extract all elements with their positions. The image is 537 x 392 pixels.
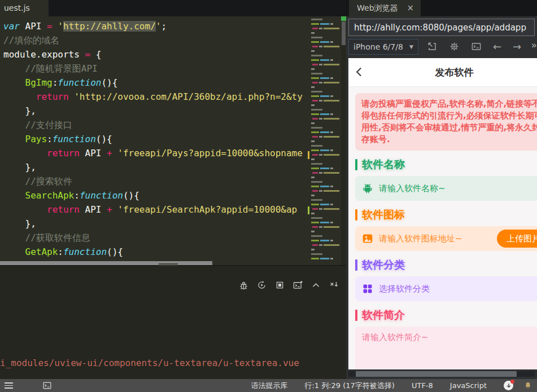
scrollbar-thumb[interactable] (0, 261, 212, 265)
open-in-browser-icon[interactable] (427, 41, 438, 52)
code-line: //填你的域名 (3, 33, 308, 47)
minimap-row (308, 91, 341, 93)
console-panel: i_modules/uview-ui/components/u-textarea… (0, 265, 346, 379)
back-chevron-icon[interactable] (353, 66, 365, 78)
splitter-handle[interactable] (159, 262, 178, 267)
app-intro-textarea[interactable]: 请输入软件简介~ (355, 327, 537, 369)
url-input[interactable] (348, 19, 535, 36)
bell-icon[interactable] (523, 381, 532, 390)
minimap-row (308, 231, 341, 232)
minimap-row (308, 145, 341, 147)
image-icon (362, 233, 373, 244)
forward-arrow-icon[interactable]: → (513, 42, 521, 52)
mobile-preview-page: 发布软件 请勿投稿严重侵权产品,软件名称,简介,链接等不得包括任何形式的引流行为… (348, 58, 537, 369)
minimap-row (308, 172, 341, 174)
app-name-input[interactable]: 请输入软件名称~ (355, 176, 537, 201)
section-bar (355, 209, 357, 221)
browser-panel: Web浏览器 × iPhone 6/7/8 ▼ ← → » (346, 0, 537, 379)
more-tools-icon[interactable]: » (531, 39, 537, 51)
syntax-lib-status[interactable]: 语法提示库 (251, 381, 287, 391)
modified-indicator (341, 16, 346, 21)
new-terminal-icon[interactable] (292, 280, 303, 290)
debug-icon[interactable] (238, 280, 249, 290)
cursor-position-status[interactable]: 行:1 列:29 (17字符被选择) (304, 381, 395, 391)
minimap-row (308, 253, 341, 255)
preview-horizontal-scrollbar[interactable] (348, 371, 535, 377)
minimap-row (308, 109, 341, 111)
hbuilderx-window: uest.js var API = 'http://ahlly.com/';//… (0, 0, 537, 392)
minimap-row (308, 217, 341, 219)
code-line: //支付接口 (3, 118, 308, 132)
minimap-change-marker (308, 151, 309, 159)
section-label-app-name: 软件名称 (355, 157, 537, 172)
app-icon-input[interactable]: 请输入软件图标地址~ 上传图片 (355, 226, 537, 251)
minimap-row (308, 68, 341, 70)
app-category-select[interactable]: 选择软件分类 (355, 276, 537, 301)
minimap[interactable] (308, 16, 341, 265)
minimap-row (308, 127, 341, 129)
scrollbar-thumb[interactable] (356, 371, 517, 377)
editor-horizontal-scrollbar[interactable] (0, 261, 308, 265)
tab-web-browser[interactable]: Web浏览器 × (349, 0, 421, 16)
minimap-row (308, 19, 341, 20)
minimap-row (308, 158, 341, 160)
tab-label: Web浏览器 (357, 0, 398, 16)
minimap-row (308, 77, 341, 79)
console-toolbar (238, 280, 339, 290)
minimap-row (308, 113, 341, 115)
chevron-down-icon: ▼ (409, 44, 413, 50)
upload-image-button[interactable]: 上传图片 (497, 230, 537, 248)
terminal-icon[interactable] (471, 41, 482, 52)
clear-console-icon[interactable] (329, 280, 339, 290)
minimap-row (308, 100, 341, 102)
code-line: SearchApk:function(){ (3, 188, 308, 202)
minimap-row (308, 32, 341, 34)
code-line: }, (3, 217, 308, 231)
collapse-panel-icon[interactable] (311, 280, 321, 290)
minimap-row (308, 131, 341, 133)
menu-icon[interactable] (5, 382, 13, 389)
update-icon[interactable] (504, 381, 513, 390)
scrollbar-thumb[interactable] (342, 21, 346, 45)
browser-tab-strip: Web浏览器 × (346, 0, 537, 16)
minimap-row (308, 149, 341, 151)
textarea-placeholder: 请输入软件简介~ (362, 332, 429, 342)
back-arrow-icon[interactable]: ← (493, 42, 501, 52)
section-title: 软件分类 (362, 258, 405, 272)
restart-icon[interactable] (256, 280, 267, 290)
close-icon[interactable]: × (407, 0, 414, 16)
minimap-row (308, 59, 341, 61)
minimap-row (308, 208, 341, 210)
minimap-row (308, 23, 341, 25)
editor-vertical-scrollbar[interactable] (341, 16, 346, 265)
terminal-icon[interactable] (42, 381, 52, 390)
console-line: i_modules/uview-ui/components/u-textarea… (0, 356, 299, 370)
minimap-row (308, 28, 341, 29)
input-placeholder: 请输入软件图标地址~ (379, 234, 462, 244)
minimap-row (308, 86, 341, 88)
section-bar (355, 259, 357, 271)
tab-request-js[interactable]: uest.js (0, 0, 49, 16)
language-status[interactable]: JavaScript (450, 381, 487, 390)
minimap-row (308, 244, 341, 246)
code-line: //随机背景图API (3, 61, 308, 76)
android-icon (362, 183, 373, 194)
code-line: //获取软件信息 (3, 231, 308, 245)
page-body: 请勿投稿严重侵权产品,软件名称,简介,链接等不得包括任何形式的引流行为,必须保证… (348, 87, 537, 369)
device-selector[interactable]: iPhone 6/7/8 ▼ (348, 39, 418, 55)
section-bar (355, 310, 357, 321)
minimap-row (308, 235, 341, 237)
input-placeholder: 请输入软件名称~ (379, 183, 446, 194)
encoding-status[interactable]: UTF-8 (412, 381, 433, 390)
minimap-row (308, 154, 341, 156)
minimap-row (308, 95, 341, 97)
code-editor[interactable]: var API = 'http://ahlly.com/';//填你的域名mod… (0, 16, 308, 265)
minimap-row (308, 226, 341, 228)
minimap-row (308, 50, 341, 52)
code-line: }, (3, 160, 308, 174)
code-line: module.exports = { (3, 47, 308, 61)
minimap-change-marker (308, 206, 309, 214)
stop-icon[interactable] (274, 280, 285, 290)
gear-icon[interactable] (449, 41, 460, 52)
page-title: 发布软件 (348, 58, 537, 86)
